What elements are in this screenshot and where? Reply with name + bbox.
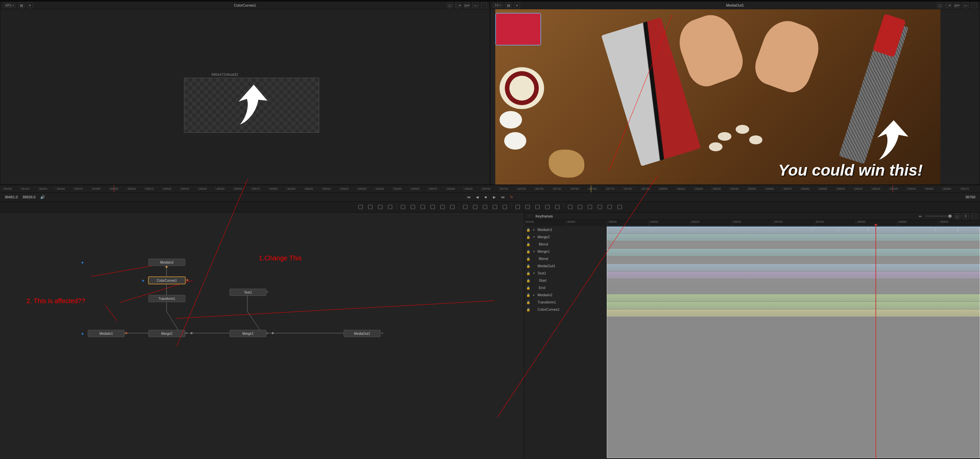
left-canvas[interactable]: 840x472xfloat32 [0, 9, 490, 184]
lock-icon[interactable]: 🔒 [526, 286, 530, 290]
node-merge2[interactable]: Merge2 [148, 330, 185, 337]
lock-icon[interactable]: 🔒 [526, 250, 530, 253]
tool-image-plane3d[interactable] [576, 203, 584, 211]
tool-bspline[interactable] [491, 203, 499, 211]
tool-rectangle[interactable] [461, 203, 469, 211]
tool-merge3d[interactable] [616, 203, 623, 211]
tool-media-in[interactable] [357, 203, 364, 211]
lock-icon[interactable]: 🔒 [526, 257, 530, 260]
lock-icon[interactable]: 🔒 [526, 272, 530, 275]
tool-resize[interactable] [534, 203, 541, 211]
out-frame[interactable]: 38928.0 [22, 195, 36, 199]
kf-tree-row[interactable]: 🔒End [524, 284, 606, 291]
tool-polygon[interactable] [481, 203, 489, 211]
screen-icon[interactable]: ▭ [963, 2, 969, 8]
view-indicator-icon[interactable] [82, 261, 84, 264]
keyframes-options-icon[interactable]: ⋯ [527, 213, 532, 219]
tool-bitmap[interactable] [501, 203, 509, 211]
zoom-left[interactable]: 49% ▾ [3, 3, 16, 8]
view-indicator-icon[interactable] [142, 280, 145, 282]
node-text1[interactable]: Text1 [229, 289, 266, 296]
chevron-icon[interactable]: ▾ [532, 235, 536, 238]
view-menu-icon[interactable]: ▾ [514, 2, 520, 8]
play-icon[interactable]: ▶ [492, 194, 497, 200]
node-merge1[interactable]: Merge1 [229, 330, 266, 337]
tool-media-out[interactable] [367, 203, 374, 211]
tool-letterbox[interactable] [554, 203, 561, 211]
node-colorcurves1[interactable]: ColorCurves1 [148, 277, 185, 284]
kf-tree-row[interactable]: 🔒ColorCurves1 [524, 306, 606, 313]
stop-icon[interactable]: ■ [483, 194, 488, 200]
kf-zoom-slider[interactable] [925, 216, 951, 217]
kf-collapse-h-icon[interactable]: ⇔ [917, 213, 923, 219]
node-mediain1[interactable]: MediaIn1 [88, 330, 125, 337]
keyframes-tree[interactable]: 🔒▸MediaIn1🔒▾Merge2🔒Blend🔒▾Merge1🔒Blend🔒M… [524, 226, 607, 459]
tool-shape3d[interactable] [586, 203, 593, 211]
kf-tree-row[interactable]: 🔒▾Merge1 [524, 248, 606, 255]
in-point-marker[interactable] [114, 185, 114, 192]
chevron-icon[interactable]: ▾ [532, 250, 536, 253]
lock-icon[interactable]: 🔒 [526, 279, 530, 283]
step-back-icon[interactable]: ◀ [474, 194, 480, 200]
lock-icon[interactable]: 🔒 [526, 308, 530, 311]
circle-dropdown-icon[interactable]: ◌▾ [455, 2, 461, 8]
tool-text[interactable] [377, 203, 384, 211]
tool-ellipse[interactable] [471, 203, 479, 211]
tool-merge[interactable] [524, 203, 531, 211]
kf-tree-row[interactable]: 🔒Blend [524, 255, 606, 262]
screen-icon[interactable]: ▭ [473, 2, 479, 8]
lock-icon[interactable]: 🔒 [526, 264, 530, 268]
kf-tree-row[interactable]: 🔒Start [524, 277, 606, 284]
lock-icon[interactable]: 🔒 [526, 243, 530, 246]
time-ruler[interactable]: 3843038440384503846038470384803849038500… [0, 185, 980, 193]
tool-spotlight[interactable] [596, 203, 603, 211]
more-icon[interactable]: ⋯ [971, 2, 977, 8]
tool-blur[interactable] [439, 203, 446, 211]
list-icon[interactable]: ▤▾ [954, 2, 960, 8]
chevron-icon[interactable]: ▸ [532, 293, 536, 297]
lock-icon[interactable]: 🔒 [526, 300, 530, 304]
current-frame[interactable]: 38760 [965, 195, 975, 199]
tool-renderer3d[interactable] [606, 203, 613, 211]
node-mediaout1[interactable]: MediaOut1 [344, 330, 380, 337]
playhead-marker[interactable] [591, 185, 591, 192]
view-dropdown-icon[interactable]: ▦ [506, 2, 511, 8]
kf-tree-row[interactable]: 🔒Transform1 [524, 299, 606, 306]
list-icon[interactable]: ▤▾ [464, 2, 470, 8]
out-point-marker[interactable] [892, 185, 893, 192]
kf-zoom-icon[interactable]: ⚲ [963, 213, 969, 219]
zoom-right[interactable]: Fit ▾ [493, 3, 503, 8]
go-first-icon[interactable]: ⏮ [466, 194, 471, 200]
flow-node-editor[interactable]: 1.Change This 2. This is affected?? Medi… [0, 213, 524, 459]
lock-icon[interactable]: 🔒 [526, 228, 530, 232]
loop-icon[interactable]: ↻ [509, 194, 514, 200]
view-menu-icon[interactable]: ▾ [27, 2, 33, 8]
chevron-icon[interactable]: ▾ [532, 272, 536, 275]
node-mediain2[interactable]: MediaIn2 [148, 259, 185, 266]
view-indicator-icon[interactable] [82, 332, 84, 335]
split-icon[interactable]: ◫ [447, 2, 453, 8]
kf-fit-icon[interactable]: ◱ [954, 213, 960, 219]
right-canvas[interactable]: You could win this! [490, 9, 980, 184]
keyframes-playhead[interactable] [875, 226, 876, 459]
lock-icon[interactable]: 🔒 [526, 293, 530, 297]
lock-icon[interactable]: 🔒 [526, 235, 530, 239]
kf-menu-icon[interactable]: ⋯ [971, 213, 977, 219]
kf-tree-row[interactable]: 🔒▾Text1 [524, 270, 606, 277]
go-last-icon[interactable]: ⏭ [500, 194, 506, 200]
tool-paint[interactable] [387, 203, 394, 211]
node-transform1[interactable]: Transform1 [148, 295, 185, 302]
tool-fast-noise[interactable] [409, 203, 417, 211]
view-dropdown-icon[interactable]: ▦ [19, 2, 24, 8]
kf-tree-row[interactable]: 🔒Blend [524, 241, 606, 248]
chevron-icon[interactable]: ▸ [532, 228, 536, 231]
tool-camera3d[interactable] [566, 203, 574, 211]
kf-tree-row[interactable]: 🔒▸MediaIn2 [524, 291, 606, 299]
tool-crop[interactable] [544, 203, 551, 211]
kf-tree-row[interactable]: 🔒MediaOut1 [524, 262, 606, 270]
kf-tree-row[interactable]: 🔒▸MediaIn1 [524, 226, 606, 233]
more-icon[interactable]: ⋯ [481, 2, 487, 8]
tool-brightness-contrast[interactable] [429, 203, 436, 211]
keyframes-lanes[interactable] [607, 226, 980, 459]
circle-dropdown-icon[interactable]: ◌▾ [945, 2, 951, 8]
